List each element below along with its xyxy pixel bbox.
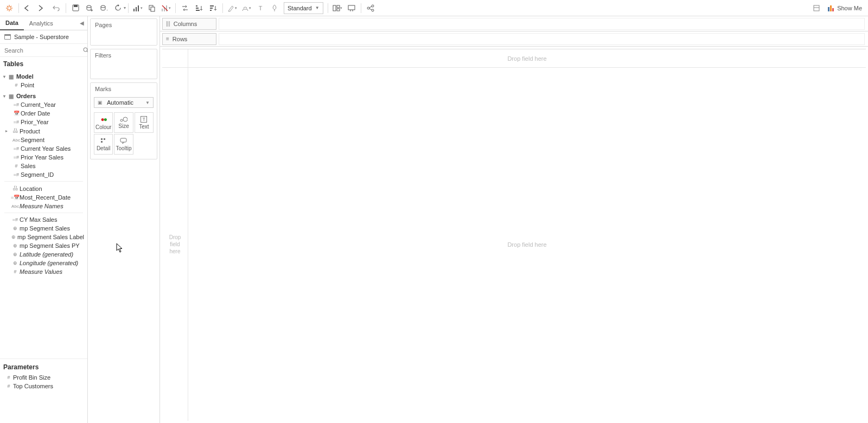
mark-text-button[interactable]: TText — [135, 112, 154, 133]
showme-button[interactable]: Show Me — [824, 2, 865, 15]
tableau-logo-icon[interactable] — [3, 2, 16, 15]
share-button[interactable] — [364, 2, 377, 15]
canvas-left-drop[interactable]: Drop field here — [162, 68, 188, 421]
field-label: Prior Year Sales — [21, 154, 63, 161]
calc-number-icon: =# — [12, 155, 21, 160]
field-measure-values[interactable]: ▸#Measure Values — [1, 267, 86, 276]
tab-data[interactable]: Data — [0, 16, 24, 30]
separator — [175, 3, 176, 13]
field-mp-segment-sales[interactable]: ▸⊕mp Segment Sales — [1, 224, 86, 233]
svg-rect-31 — [337, 5, 340, 8]
pin-button[interactable] — [268, 2, 281, 15]
sort-desc-button[interactable] — [207, 2, 220, 15]
field-cy-max-sales[interactable]: ▸=#CY Max Sales — [1, 215, 86, 224]
pages-shelf[interactable]: Pages — [90, 18, 157, 46]
field-segment-id[interactable]: =#Segment_ID — [1, 170, 86, 179]
svg-point-52 — [120, 119, 123, 121]
canvas-top-drop[interactable]: Drop field here — [188, 49, 866, 68]
group-header-model[interactable]: ▾ ▦ Model — [1, 72, 86, 81]
field-point[interactable]: # Point — [1, 81, 86, 89]
tables-header: Tables — [0, 57, 87, 70]
presentation-button[interactable] — [345, 2, 358, 15]
new-datasource-button[interactable] — [83, 2, 96, 15]
rows-shelf[interactable]: ≡ Rows — [162, 33, 216, 45]
param-profit-bin-size[interactable]: #Profit Bin Size — [0, 373, 87, 382]
field-order-date[interactable]: 📅Order Date — [1, 109, 86, 118]
datasource-icon — [4, 34, 11, 40]
undo-button[interactable] — [50, 2, 63, 15]
svg-rect-26 — [196, 10, 200, 11]
pages-label: Pages — [91, 19, 157, 31]
guide-button[interactable] — [810, 2, 823, 15]
worksheet-area: ||| Columns ≡ Rows Drop field here Drop … — [160, 16, 868, 423]
field-measure-names[interactable]: ▸AbcMeasure Names — [1, 202, 86, 210]
pause-autoupdate-button[interactable]: ▾ — [97, 2, 110, 15]
duplicate-button[interactable] — [145, 2, 158, 15]
save-button[interactable] — [69, 2, 82, 15]
columns-shelf[interactable]: ||| Columns — [162, 18, 216, 30]
forward-button[interactable] — [36, 2, 49, 15]
calc-number-icon: =# — [12, 119, 21, 125]
caret-right-icon: ▸ — [5, 129, 11, 133]
field-current-year[interactable]: =#Current_Year — [1, 100, 86, 109]
show-cards-button[interactable]: ▾ — [331, 2, 344, 15]
field-label: Measure Names — [20, 203, 63, 209]
datasource-row[interactable]: Sample - Superstore — [0, 30, 87, 44]
field-label: mp Segment Sales PY — [20, 242, 80, 249]
field-mp-segment-sales-label[interactable]: ▸⊕mp Segment Sales Label — [1, 233, 86, 241]
field-latitude[interactable]: ▸⊕Latitude (generated) — [1, 250, 86, 259]
mark-colour-button[interactable]: ●●Colour — [94, 112, 113, 133]
mark-detail-button[interactable]: Detail — [94, 134, 113, 155]
field-longitude[interactable]: ▸⊕Longitude (generated) — [1, 259, 86, 267]
mark-btn-label: Tooltip — [116, 145, 132, 151]
svg-rect-41 — [814, 5, 819, 11]
back-button[interactable] — [22, 2, 35, 15]
mark-size-button[interactable]: Size — [114, 112, 133, 133]
columns-drop-zone[interactable] — [219, 18, 865, 30]
group-header-orders[interactable]: ▾ ▦ Orders — [1, 92, 86, 100]
field-most-recent-date[interactable]: ▸=📅Most_Recent_Date — [1, 193, 86, 202]
number-icon: # — [4, 375, 13, 380]
sort-asc-button[interactable] — [193, 2, 206, 15]
clear-button[interactable]: ▾ — [159, 2, 173, 15]
svg-rect-30 — [333, 5, 336, 11]
marks-type-dropdown[interactable]: ▣ Automatic ▼ — [94, 97, 154, 108]
collapse-sidebar-button[interactable]: ◀ — [76, 20, 87, 26]
group-button[interactable]: ▾ — [240, 2, 253, 15]
refresh-button[interactable] — [111, 2, 124, 15]
field-label: Measure Values — [20, 268, 62, 275]
field-product[interactable]: ▸品Product — [1, 126, 86, 136]
search-input[interactable] — [2, 46, 81, 55]
svg-line-39 — [369, 7, 372, 8]
mark-btn-label: Size — [118, 123, 129, 129]
svg-rect-16 — [136, 7, 137, 11]
canvas-body-drop[interactable]: Drop field here — [188, 68, 866, 421]
group-orders: ▾ ▦ Orders =#Current_Year 📅Order Date =#… — [1, 92, 86, 179]
highlight-button[interactable]: ▾ — [226, 2, 239, 15]
swap-button[interactable] — [178, 2, 192, 15]
table-icon: ▦ — [9, 74, 16, 80]
field-prior-year[interactable]: =#Prior_Year — [1, 118, 86, 126]
field-location[interactable]: ▸品Location — [1, 184, 86, 193]
field-sales[interactable]: #Sales — [1, 162, 86, 170]
datasource-name: Sample - Superstore — [14, 34, 69, 40]
view-canvas[interactable]: Drop field here Drop field here Drop fie… — [162, 49, 866, 421]
field-current-year-sales[interactable]: =#Current Year Sales — [1, 144, 86, 153]
field-segment[interactable]: AbcSegment — [1, 136, 86, 144]
filters-shelf[interactable]: Filters — [90, 49, 157, 79]
svg-point-36 — [367, 7, 369, 9]
mark-tooltip-button[interactable]: Tooltip — [114, 134, 133, 155]
rows-drop-zone[interactable] — [219, 33, 865, 45]
field-label: CY Max Sales — [20, 216, 58, 223]
param-top-customers[interactable]: #Top Customers — [0, 382, 87, 390]
field-label: Current_Year — [21, 101, 56, 108]
tab-analytics[interactable]: Analytics — [24, 16, 59, 30]
show-labels-button[interactable]: T — [254, 2, 267, 15]
dropdown-caret-icon: ▾ — [124, 5, 126, 10]
field-label: mp Segment Sales — [20, 225, 70, 232]
fit-dropdown[interactable]: Standard ▼ — [284, 2, 323, 14]
new-worksheet-button[interactable]: ▾ — [131, 2, 144, 15]
field-prior-year-sales[interactable]: =#Prior Year Sales — [1, 153, 86, 162]
hierarchy-icon: 品 — [11, 127, 20, 134]
field-mp-segment-sales-py[interactable]: ▸⊕mp Segment Sales PY — [1, 241, 86, 250]
